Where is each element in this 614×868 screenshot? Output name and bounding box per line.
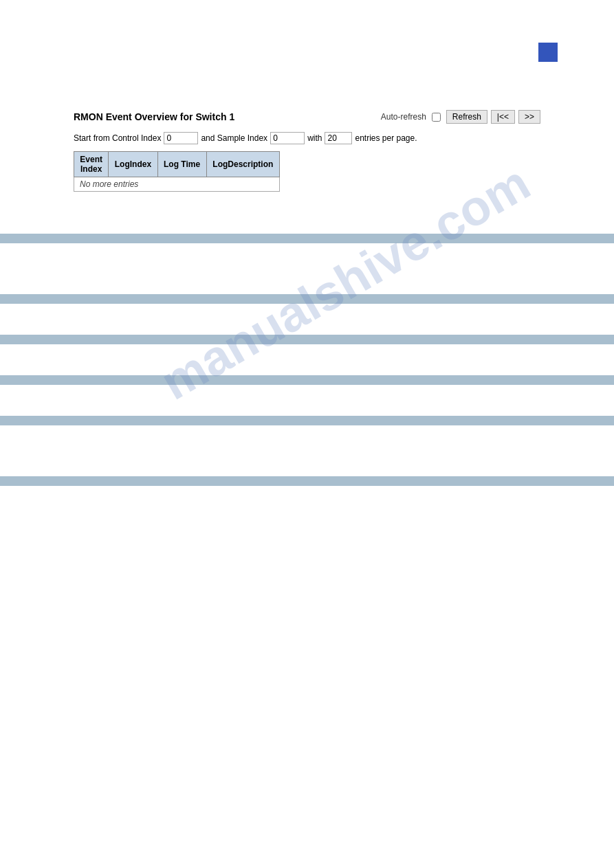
entries-per-page-label: entries per page. bbox=[355, 133, 417, 143]
auto-refresh-label: Auto-refresh bbox=[381, 112, 426, 122]
col-log-index: LogIndex bbox=[109, 152, 157, 177]
filter-row: Start from Control Index and Sample Inde… bbox=[74, 132, 540, 144]
next-button[interactable]: >> bbox=[518, 110, 540, 124]
blue-square-indicator bbox=[538, 43, 558, 62]
divider-bar-1 bbox=[0, 234, 614, 243]
entries-per-page-input[interactable] bbox=[325, 132, 352, 144]
controls-area: Auto-refresh Refresh |<< >> bbox=[381, 110, 540, 124]
no-entries-message: No more entries bbox=[74, 177, 280, 192]
watermark: manualshive.com bbox=[151, 154, 539, 410]
divider-bar-2 bbox=[0, 294, 614, 304]
and-sample-label: and Sample Index bbox=[201, 133, 267, 143]
control-index-input[interactable] bbox=[164, 132, 198, 144]
header-row: RMON Event Overview for Switch 1 Auto-re… bbox=[74, 110, 540, 124]
with-label: with bbox=[307, 133, 322, 143]
event-log-table: EventIndex LogIndex Log Time LogDescript… bbox=[74, 151, 280, 192]
col-event-index: EventIndex bbox=[74, 152, 109, 177]
prev-button[interactable]: |<< bbox=[491, 110, 515, 124]
divider-bar-3 bbox=[0, 335, 614, 344]
col-log-time: Log Time bbox=[157, 152, 206, 177]
divider-bar-4 bbox=[0, 375, 614, 385]
table-row-empty: No more entries bbox=[74, 177, 280, 192]
start-control-index-label: Start from Control Index bbox=[74, 133, 161, 143]
col-log-description: LogDescription bbox=[206, 152, 279, 177]
auto-refresh-checkbox[interactable] bbox=[432, 113, 441, 122]
sample-index-input[interactable] bbox=[270, 132, 305, 144]
refresh-button[interactable]: Refresh bbox=[446, 110, 487, 124]
divider-bar-5 bbox=[0, 416, 614, 425]
page-title: RMON Event Overview for Switch 1 bbox=[74, 111, 234, 122]
divider-bar-6 bbox=[0, 476, 614, 486]
